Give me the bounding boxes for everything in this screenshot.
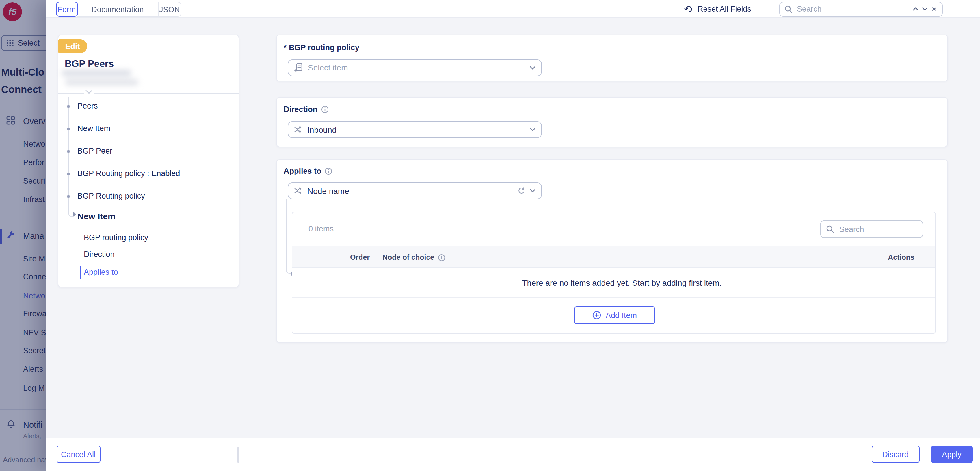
tab-documentation[interactable]: Documentation (77, 2, 158, 17)
apply-button[interactable]: Apply (931, 446, 972, 463)
tree-item-bgp-routing-policy[interactable]: BGP Routing policy (58, 190, 231, 202)
field-card-direction: Direction Inbound (276, 97, 948, 147)
tab-form[interactable]: Form (56, 2, 78, 17)
field-connector (286, 199, 291, 274)
footer-divider (237, 447, 239, 463)
page: f5 Select Multi-Clo Connect O (0, 0, 980, 471)
collapse-chevron-icon[interactable] (83, 90, 94, 94)
table-header-row: Order Node of choice Actions (292, 246, 935, 268)
applies-to-label: Applies to (284, 167, 332, 176)
object-title: BGP Peers (65, 58, 114, 69)
close-icon[interactable]: ✕ (931, 5, 937, 13)
add-item-label: Add Item (606, 311, 637, 319)
edit-drawer: Form Documentation JSON Reset All Fields (45, 0, 980, 471)
direction-select[interactable]: Inbound (288, 121, 542, 138)
items-count: 0 items (309, 213, 334, 246)
select-item-icon (294, 63, 303, 73)
chevron-up-icon[interactable] (913, 7, 919, 11)
cancel-all-button[interactable]: Cancel All (56, 446, 100, 463)
tree-item-new-item[interactable]: New Item (58, 123, 231, 135)
tree-child-bgp-routing-policy[interactable]: BGP routing policy (58, 232, 231, 244)
discard-button[interactable]: Discard (872, 446, 920, 463)
undo-icon (684, 5, 694, 13)
drawer-body: Edit BGP Peers Peers New Item BGP (45, 18, 980, 438)
direction-value: Inbound (307, 125, 525, 134)
chevron-down-icon (530, 65, 536, 70)
drawer-find-input[interactable] (796, 4, 905, 14)
tree-child-applies-to[interactable]: Applies to (58, 266, 231, 278)
tree-child-direction[interactable]: Direction (58, 249, 231, 260)
view-tabs: Form Documentation JSON (56, 2, 181, 17)
tree-item-bgp-routing-policy-enabled[interactable]: BGP Routing policy : Enabled (58, 168, 231, 179)
tree-item-peers[interactable]: Peers (58, 100, 231, 112)
column-node-of-choice: Node of choice (382, 246, 445, 268)
direction-label: Direction (284, 105, 328, 114)
field-card-applies-to: Applies to Node name (276, 159, 948, 343)
table-empty-message: There are no items added yet. Start by a… (292, 268, 935, 298)
info-icon[interactable] (438, 254, 445, 261)
shuffle-icon (294, 125, 303, 134)
search-icon (784, 5, 792, 13)
chevron-down-icon (530, 128, 536, 132)
shuffle-icon (294, 186, 303, 195)
table-search-input[interactable] (838, 224, 917, 234)
field-card-bgp-routing-policy: * BGP routing policy Select item (276, 34, 948, 81)
bgp-routing-policy-placeholder: Select item (308, 63, 525, 72)
drawer-find-box: ✕ (779, 2, 942, 16)
edit-mode-badge: Edit (58, 39, 87, 53)
info-icon[interactable] (325, 167, 332, 175)
redacted-object-name (62, 68, 138, 89)
table-search-box (820, 220, 923, 238)
search-icon (826, 225, 834, 233)
drawer-header: Form Documentation JSON Reset All Fields (45, 0, 980, 18)
find-divider (909, 5, 910, 13)
applies-to-value: Node name (307, 186, 512, 195)
chevron-down-icon[interactable] (922, 7, 928, 11)
info-icon[interactable] (321, 106, 328, 113)
bgp-routing-policy-select[interactable]: Select item (288, 59, 542, 76)
drawer-footer: Cancel All Discard Apply (45, 438, 980, 471)
applies-to-select[interactable]: Node name (288, 182, 542, 199)
bgp-routing-policy-label: * BGP routing policy (284, 43, 359, 52)
tree-item-current-new-item[interactable]: New Item (58, 211, 231, 222)
refresh-icon[interactable] (517, 187, 525, 195)
tab-json[interactable]: JSON (158, 2, 181, 17)
column-actions: Actions (888, 246, 915, 268)
tree-item-bgp-peer[interactable]: BGP Peer (58, 146, 231, 157)
chevron-down-icon (530, 189, 536, 193)
plus-circle-icon (592, 311, 601, 320)
overlay-scrim[interactable] (0, 0, 45, 471)
add-item-button[interactable]: Add Item (574, 306, 655, 324)
reset-all-fields-button[interactable]: Reset All Fields (684, 0, 751, 18)
column-order: Order (350, 246, 370, 268)
reset-all-fields-label: Reset All Fields (697, 5, 751, 13)
form-tree-panel: Edit BGP Peers Peers New Item BGP (57, 34, 239, 287)
applies-to-items-table: 0 items Order Node of choice (292, 212, 936, 334)
